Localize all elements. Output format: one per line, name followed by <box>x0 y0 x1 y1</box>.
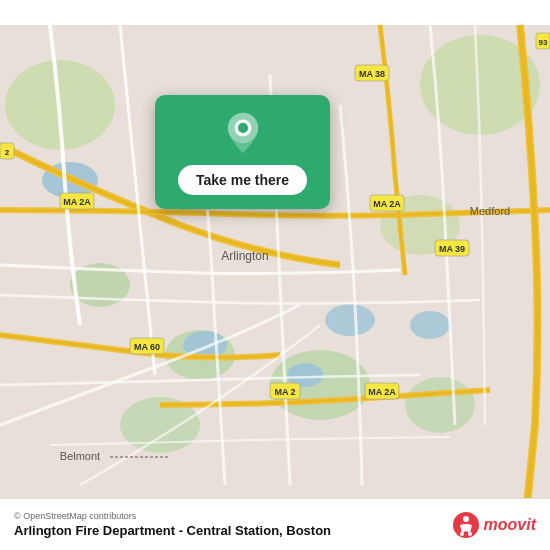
svg-text:MA 38: MA 38 <box>359 69 385 79</box>
location-pin-icon <box>221 111 265 155</box>
svg-point-12 <box>325 304 375 336</box>
svg-text:MA 2: MA 2 <box>274 387 295 397</box>
svg-text:Arlington: Arlington <box>221 249 268 263</box>
svg-text:MA 39: MA 39 <box>439 244 465 254</box>
svg-point-44 <box>468 532 472 536</box>
moovit-brand-text: moovit <box>484 516 536 534</box>
svg-point-42 <box>463 516 469 522</box>
bottom-bar: © OpenStreetMap contributors Arlington F… <box>0 498 550 550</box>
take-me-there-button[interactable]: Take me there <box>178 165 307 195</box>
svg-point-13 <box>410 311 450 339</box>
map-container: MA 2A MA 2A MA 2A MA 38 MA 60 MA 2 MA 2A… <box>0 0 550 550</box>
copyright-text: © OpenStreetMap contributors <box>14 511 331 521</box>
svg-point-40 <box>237 123 247 133</box>
svg-text:MA 2A: MA 2A <box>368 387 396 397</box>
location-name: Arlington Fire Department - Central Stat… <box>14 523 331 538</box>
moovit-logo: moovit <box>452 511 536 539</box>
map-background: MA 2A MA 2A MA 2A MA 38 MA 60 MA 2 MA 2A… <box>0 0 550 550</box>
svg-text:MA 2A: MA 2A <box>63 197 91 207</box>
svg-text:2: 2 <box>5 148 10 157</box>
moovit-brand-icon <box>452 511 480 539</box>
svg-text:Belmont: Belmont <box>60 450 100 462</box>
svg-point-8 <box>405 377 475 433</box>
svg-point-43 <box>460 532 464 536</box>
svg-text:Medford: Medford <box>470 205 510 217</box>
svg-text:MA 60: MA 60 <box>134 342 160 352</box>
bottom-left-info: © OpenStreetMap contributors Arlington F… <box>14 511 331 538</box>
location-card[interactable]: Take me there <box>155 95 330 209</box>
svg-text:MA 2A: MA 2A <box>373 199 401 209</box>
svg-text:93: 93 <box>539 38 548 47</box>
